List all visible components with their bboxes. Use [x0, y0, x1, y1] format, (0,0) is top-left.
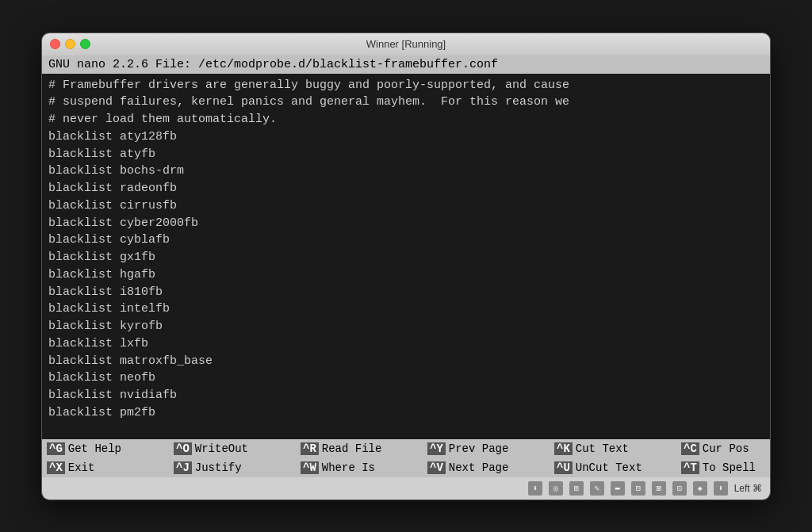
exit-label: Exit: [68, 461, 95, 474]
justify-label: Justify: [195, 461, 242, 474]
traffic-lights: [50, 39, 90, 49]
uncuttext-item[interactable]: ^U UnCut Text: [550, 460, 676, 476]
icon-9: ◈: [693, 481, 707, 496]
statusbar-row-1: ^G Get Help ^O WriteOut ^R Read File ^Y …: [42, 439, 770, 458]
icon-10: ⬇: [714, 481, 728, 496]
cuttext-key: ^K: [554, 442, 573, 455]
uncuttext-label: UnCut Text: [576, 461, 642, 474]
bottom-label: Left ⌘: [734, 483, 762, 494]
icon-4: ✎: [590, 481, 604, 496]
help-label: Get Help: [68, 442, 121, 455]
close-button[interactable]: [50, 39, 60, 49]
readfile-label: Read File: [322, 442, 382, 455]
whereis-item[interactable]: ^W Where Is: [296, 460, 423, 476]
icon-7: ⊠: [652, 481, 666, 496]
icon-3: ⊞: [569, 481, 584, 496]
help-item[interactable]: ^G Get Help: [42, 441, 169, 457]
writeout-label: WriteOut: [195, 442, 248, 455]
exit-item[interactable]: ^X Exit: [42, 460, 169, 476]
readfile-item[interactable]: ^R Read File: [296, 441, 423, 457]
justify-item[interactable]: ^J Justify: [169, 460, 296, 476]
readfile-key: ^R: [301, 442, 319, 455]
bottom-bar: ⬇ ◎ ⊞ ✎ ▬ ⊟ ⊠ ⊡ ◈ ⬇ Left ⌘: [42, 477, 770, 499]
nextpage-item[interactable]: ^V Next Page: [423, 460, 550, 476]
uncuttext-key: ^U: [554, 461, 573, 474]
editor-content: # Framebuffer drivers are generally bugg…: [48, 77, 764, 422]
editor-area[interactable]: # Framebuffer drivers are generally bugg…: [42, 74, 770, 439]
cuttext-label: Cut Text: [576, 442, 629, 455]
icon-1: ⬇: [528, 481, 542, 496]
terminal-window: Winner [Running] GNU nano 2.2.6 File: /e…: [41, 33, 771, 500]
icon-6: ⊟: [631, 481, 645, 496]
curpos-label: Cur Pos: [703, 442, 749, 455]
help-key: ^G: [47, 442, 65, 455]
writeout-key: ^O: [174, 442, 192, 455]
tospell-item[interactable]: ^T To Spell: [676, 460, 771, 476]
icon-5: ▬: [611, 481, 625, 496]
statusbar: ^G Get Help ^O WriteOut ^R Read File ^Y …: [42, 439, 770, 477]
justify-key: ^J: [174, 461, 192, 474]
curpos-key: ^C: [681, 442, 699, 455]
icon-2: ◎: [549, 481, 563, 496]
cuttext-item[interactable]: ^K Cut Text: [550, 441, 676, 457]
statusbar-row-2: ^X Exit ^J Justify ^W Where Is ^V Next P…: [42, 458, 770, 477]
icon-8: ⊡: [672, 481, 687, 496]
exit-key: ^X: [47, 461, 65, 474]
curpos-item[interactable]: ^C Cur Pos: [676, 441, 771, 457]
whereis-key: ^W: [301, 461, 319, 474]
nextpage-key: ^V: [427, 461, 446, 474]
tospell-label: To Spell: [703, 461, 756, 474]
writeout-item[interactable]: ^O WriteOut: [169, 441, 296, 457]
window-title: Winner [Running]: [366, 38, 446, 50]
tospell-key: ^T: [681, 461, 699, 474]
title-bar: Winner [Running]: [42, 33, 770, 55]
maximize-button[interactable]: [80, 39, 90, 49]
nextpage-label: Next Page: [449, 461, 509, 474]
prevpage-label: Prev Page: [449, 442, 509, 455]
prevpage-item[interactable]: ^Y Prev Page: [423, 441, 550, 457]
prevpage-key: ^Y: [427, 442, 446, 455]
nano-header: GNU nano 2.2.6 File: /etc/modprobe.d/bla…: [42, 55, 770, 74]
whereis-label: Where Is: [322, 461, 375, 474]
minimize-button[interactable]: [65, 39, 75, 49]
